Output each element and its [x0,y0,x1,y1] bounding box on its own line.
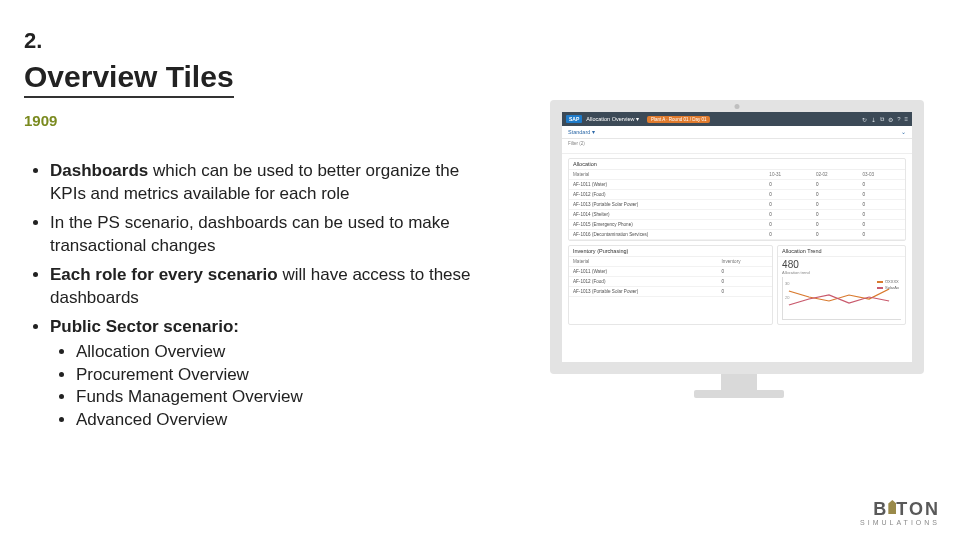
bullet-3-bold: Each role for every scenario [50,265,278,284]
menu-icon[interactable]: ≡ [904,116,908,123]
cell: 0 [812,190,859,200]
brand-post: TON [896,499,940,519]
legend-label-1: OXXXX [885,279,899,284]
cell: AF-1015 (Emergency Phone) [569,220,765,230]
screenshot-screen: SAP Allocation Overview ▾ Plant A · Roun… [562,112,912,362]
cell: AF-1011 (Water) [569,267,718,277]
table-row: AF-1012 (Food)000 [569,190,905,200]
inventory-card-title: Inventory (Purchasing) [569,246,772,257]
cell: 0 [765,180,812,190]
sap-variant-bar: Standard ▾ ⌄ [562,126,912,139]
help-icon[interactable]: ? [897,116,900,123]
brand-pre: B [873,499,888,519]
col-inventory: Inventory [718,257,773,267]
cell: AF-1011 (Water) [569,180,765,190]
bullet-4-sub-2: Procurement Overview [76,364,478,387]
col-material: Material [569,257,718,267]
cell: 0 [765,200,812,210]
legend-swatch-1 [877,281,883,283]
bullet-1-bold: Dashboards [50,161,148,180]
table-row: AF-1015 (Emergency Phone)000 [569,220,905,230]
bullet-3: Each role for every scenario will have a… [50,264,478,310]
table-row: AF-1013 (Portable Solar Power)000 [569,200,905,210]
legend-swatch-2 [877,287,883,289]
table-row: AF-1016 (Decontamination Services)000 [569,230,905,240]
table-row: AF-1013 (Portable Solar Power)0 [569,287,772,297]
bullet-4-sub-4: Advanced Overview [76,409,478,432]
col-2: 02-02 [812,170,859,180]
trend-value: 480 [778,257,905,270]
trend-card: Allocation Trend 480 Allocation trend 30… [777,245,906,325]
gear-icon[interactable]: ⚙ [888,116,893,123]
collapse-icon[interactable]: ⌄ [901,129,906,135]
cell: 0 [858,200,905,210]
table-row: AF-1012 (Food)0 [569,277,772,287]
table-header-row: Material 10-31 02-02 03-03 [569,170,905,180]
sap-logo: SAP [566,115,582,123]
refresh-icon[interactable]: ↻ [862,116,867,123]
cell: 0 [765,220,812,230]
cell: 0 [812,180,859,190]
allocation-card: Allocation Material 10-31 02-02 03-03 AF… [568,158,906,241]
monitor-stand [694,374,784,402]
cell: AF-1012 (Food) [569,277,718,287]
col-1: 10-31 [765,170,812,180]
slide-title: Overview Tiles [24,60,234,98]
slide-number: 2. [24,28,42,54]
cell: AF-1014 (Shelter) [569,210,765,220]
bullet-4-sub-3: Funds Management Overview [76,386,478,409]
variant-dropdown[interactable]: Standard ▾ [568,129,595,135]
cell: 0 [718,277,773,287]
cell: 0 [858,230,905,240]
trend-subtitle: Allocation trend [778,270,905,275]
sap-header-bar: SAP Allocation Overview ▾ Plant A · Roun… [562,112,912,126]
bullet-4-bold: Public Sector scenario: [50,317,239,336]
allocation-card-title: Allocation [569,159,905,170]
bullet-list: Dashboards which can be used to better o… [28,160,478,438]
table-row: AF-1014 (Shelter)000 [569,210,905,220]
sap-context-pill: Plant A · Round 01 / Day 01 [647,116,710,123]
cell: 0 [765,230,812,240]
sap-filter-line: Filter (2) [562,139,912,154]
bullet-4: Public Sector scenario: Allocation Overv… [50,316,478,433]
trend-legend: OXXXX SolarAx [877,279,899,291]
sap-header-icons: ↻ ⤓ ⧉ ⚙ ? ≡ [862,116,908,123]
cell: AF-1013 (Portable Solar Power) [569,200,765,210]
baton-logo: BTON SIMULATIONS [860,500,940,526]
legend-label-2: SolarAx [885,285,899,290]
cell: 0 [812,200,859,210]
inventory-table: Material Inventory AF-1011 (Water)0 AF-1… [569,257,772,297]
cell: 0 [765,190,812,200]
cell: 0 [858,210,905,220]
screenshot-monitor-frame: SAP Allocation Overview ▾ Plant A · Roun… [550,100,924,374]
cell: 0 [858,220,905,230]
table-row: AF-1011 (Water)0 [569,267,772,277]
col-material: Material [569,170,765,180]
brand-bar-icon [888,499,896,517]
expand-icon[interactable]: ⧉ [880,116,884,123]
sap-app-title[interactable]: Allocation Overview ▾ [586,116,639,122]
cell: AF-1012 (Food) [569,190,765,200]
cell: 0 [858,180,905,190]
col-3: 03-03 [858,170,905,180]
download-icon[interactable]: ⤓ [871,116,876,123]
cell: 0 [858,190,905,200]
cell: AF-1016 (Decontamination Services) [569,230,765,240]
inventory-card: Inventory (Purchasing) Material Inventor… [568,245,773,325]
cell: 0 [812,220,859,230]
table-header-row: Material Inventory [569,257,772,267]
bullet-1: Dashboards which can be used to better o… [50,160,478,206]
trend-chart: 30 20 OXXXX SolarAx [782,277,901,320]
cell: 0 [812,210,859,220]
cell: 0 [718,267,773,277]
cell: 0 [718,287,773,297]
cell: 0 [765,210,812,220]
table-row: AF-1011 (Water)000 [569,180,905,190]
brand-sub: SIMULATIONS [860,519,940,526]
allocation-table: Material 10-31 02-02 03-03 AF-1011 (Wate… [569,170,905,240]
trend-card-title: Allocation Trend [778,246,905,257]
slide-tag: 1909 [24,112,57,129]
cell: AF-1013 (Portable Solar Power) [569,287,718,297]
filter-label[interactable]: Filter (2) [568,141,585,146]
bullet-4-sub-1: Allocation Overview [76,341,478,364]
